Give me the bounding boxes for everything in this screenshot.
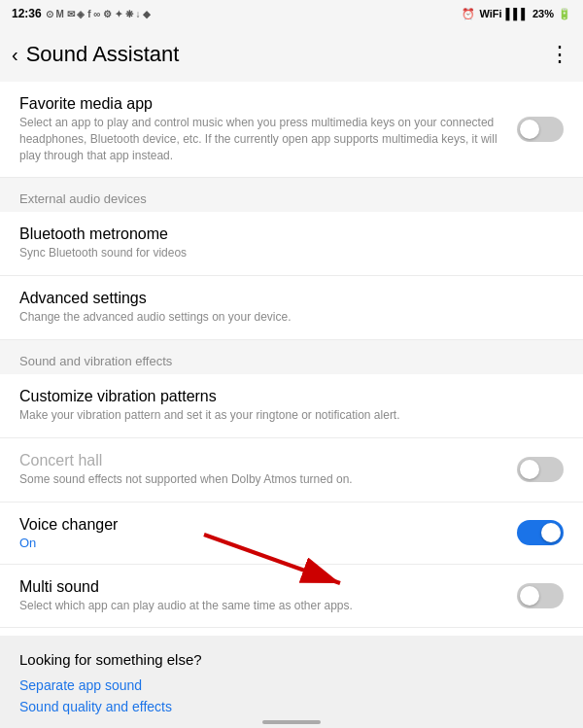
multi-sound-toggle-knob: [520, 586, 539, 606]
app-header: ‹ Sound Assistant ⋮: [0, 27, 583, 82]
notification-icons: ⊙ M ✉ ◈ f ∞ ⚙ ✦ ❋ ↓ ◆: [46, 9, 152, 19]
section-label-sound-vibration: Sound and vibration effects: [0, 340, 583, 374]
alarm-icon: ⏰: [462, 8, 475, 20]
setting-voice-changer[interactable]: Voice changer On: [0, 503, 583, 565]
setting-customize-vibration-title: Customize vibration patterns: [19, 388, 564, 405]
settings-content: Favorite media app Select an app to play…: [0, 82, 583, 728]
section-label-external-audio: External audio devices: [0, 178, 583, 212]
setting-customize-vibration-text: Customize vibration patterns Make your v…: [19, 388, 564, 424]
setting-advanced-settings[interactable]: Advanced settings Change the advanced au…: [0, 276, 583, 340]
setting-advanced-settings-title: Advanced settings: [19, 290, 564, 307]
toggle-knob: [520, 120, 539, 139]
setting-concert-hall-desc: Some sound effects not supported when Do…: [19, 471, 505, 488]
header-left: ‹ Sound Assistant: [12, 42, 179, 67]
setting-multi-sound[interactable]: Multi sound Select which app can play au…: [0, 565, 583, 629]
setting-multi-sound-title: Multi sound: [19, 578, 505, 596]
setting-voice-changer-text: Voice changer On: [19, 516, 505, 550]
sound-quality-link[interactable]: Sound quality and effects: [19, 699, 564, 714]
time-display: 12:36: [12, 7, 42, 20]
concert-hall-toggle[interactable]: [517, 457, 564, 482]
status-right-icons: ⏰ WiFi ▌▌▌ 23% 🔋: [462, 8, 571, 20]
looking-section: Looking for something else? Separate app…: [0, 636, 583, 728]
setting-bluetooth-metronome-text: Bluetooth metronome Sync Bluetooth sound…: [19, 225, 564, 261]
setting-favorite-media-text: Favorite media app Select an app to play…: [19, 95, 505, 163]
setting-multi-sound-text: Multi sound Select which app can play au…: [19, 578, 505, 614]
battery-icon: 🔋: [558, 8, 571, 20]
setting-customize-vibration-desc: Make your vibration pattern and set it a…: [19, 407, 564, 424]
multi-sound-toggle[interactable]: [517, 583, 564, 608]
setting-multi-sound-desc: Select which app can play audio at the s…: [19, 598, 505, 614]
setting-concert-hall-title: Concert hall: [19, 452, 505, 469]
favorite-media-toggle[interactable]: [517, 117, 564, 142]
battery-percent: 23%: [532, 8, 554, 19]
setting-concert-hall[interactable]: Concert hall Some sound effects not supp…: [0, 438, 583, 503]
wifi-icon: WiFi: [479, 8, 501, 19]
setting-voice-changer-title: Voice changer: [19, 516, 505, 534]
setting-favorite-media-desc: Select an app to play and control music …: [19, 115, 505, 163]
back-button[interactable]: ‹: [12, 44, 18, 66]
setting-bluetooth-metronome[interactable]: Bluetooth metronome Sync Bluetooth sound…: [0, 212, 583, 276]
page-title: Sound Assistant: [26, 42, 180, 67]
setting-customize-vibration[interactable]: Customize vibration patterns Make your v…: [0, 374, 583, 438]
status-time: 12:36 ⊙ M ✉ ◈ f ∞ ⚙ ✦ ❋ ↓ ◆: [12, 7, 151, 20]
setting-favorite-media[interactable]: Favorite media app Select an app to play…: [0, 82, 583, 178]
setting-bluetooth-metronome-title: Bluetooth metronome: [19, 225, 564, 243]
voice-changer-toggle-knob: [541, 523, 561, 542]
status-bar: 12:36 ⊙ M ✉ ◈ f ∞ ⚙ ✦ ❋ ↓ ◆ ⏰ WiFi ▌▌▌ 2…: [0, 0, 583, 27]
concert-hall-toggle-knob: [520, 460, 539, 479]
setting-favorite-media-title: Favorite media app: [19, 95, 505, 113]
setting-bluetooth-metronome-desc: Sync Bluetooth sound for videos: [19, 245, 564, 261]
signal-icon: ▌▌▌: [506, 8, 529, 19]
looking-title: Looking for something else?: [19, 651, 564, 668]
setting-advanced-settings-text: Advanced settings Change the advanced au…: [19, 290, 564, 326]
voice-changer-toggle[interactable]: [517, 520, 564, 545]
separate-app-sound-link[interactable]: Separate app sound: [19, 677, 564, 693]
setting-advanced-settings-desc: Change the advanced audio settings on yo…: [19, 309, 564, 326]
more-options-button[interactable]: ⋮: [549, 42, 571, 67]
setting-voice-changer-subtitle: On: [19, 536, 505, 550]
scroll-indicator: [262, 720, 321, 724]
setting-concert-hall-text: Concert hall Some sound effects not supp…: [19, 452, 505, 488]
